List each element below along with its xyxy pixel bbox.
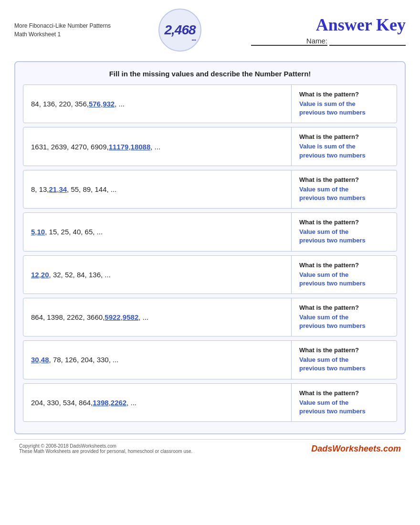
- answer-7a: 30: [31, 356, 39, 364]
- seq-after-1: , ...: [115, 100, 125, 108]
- seq-before-2: 1631, 2639, 4270, 6909,: [31, 143, 109, 151]
- pattern-answer-5: Value sum of theprevious two numbers: [299, 271, 389, 288]
- seq-after-8: , ...: [126, 399, 136, 407]
- name-underline: [329, 37, 406, 46]
- logo-text: 2,468: [164, 22, 195, 38]
- problem-sequence-4: 5 , 10 , 15, 25, 40, 65, ...: [23, 213, 292, 251]
- footer-license: These Math Worksheets are provided for p…: [19, 449, 192, 454]
- footer: Copyright © 2008-2018 DadsWorksheets.com…: [14, 439, 406, 458]
- pattern-answer-2: Value is sum of theprevious two numbers: [299, 142, 389, 159]
- pattern-question-1: What is the pattern?: [299, 91, 389, 98]
- problem-row: 1631, 2639, 4270, 6909, 11179 , 18088 , …: [23, 127, 397, 166]
- header-left: More Fibonacci-Like Number Patterns Math…: [14, 21, 111, 39]
- answer-3b: 34: [59, 185, 67, 193]
- problem-pattern-7: What is the pattern? Value sum of thepre…: [292, 341, 397, 378]
- logo-circle: 2,468 ...: [158, 9, 201, 52]
- answer-7b: 48: [41, 356, 49, 364]
- seq-before-1: 84, 136, 220, 356,: [31, 100, 89, 108]
- answer-5a: 12: [31, 271, 39, 279]
- pattern-answer-4: Value sum of theprevious two numbers: [299, 228, 389, 245]
- seq-after-7: , 78, 126, 204, 330, ...: [49, 356, 119, 364]
- problem-row: 864, 1398, 2262, 3660, 5922 , 9582 , ...…: [23, 298, 397, 336]
- problem-pattern-6: What is the pattern? Value sum of thepre…: [292, 298, 397, 336]
- answer-5b: 20: [41, 271, 49, 279]
- problem-pattern-8: What is the pattern? Value sum of thepre…: [292, 384, 397, 421]
- pattern-question-4: What is the pattern?: [299, 219, 389, 226]
- worksheet-title-line2: Math Worksheet 1: [14, 30, 111, 39]
- worksheet-title-line1: More Fibonacci-Like Number Patterns: [14, 21, 111, 30]
- answer-2a: 11179: [109, 143, 129, 151]
- problem-pattern-5: What is the pattern? Value sum of thepre…: [292, 256, 397, 294]
- footer-copyright: Copyright © 2008-2018 DadsWorksheets.com: [19, 443, 192, 449]
- problem-pattern-2: What is the pattern? Value is sum of the…: [292, 127, 397, 165]
- problem-pattern-3: What is the pattern? Value sum of thepre…: [292, 170, 397, 208]
- problem-row: 84, 136, 220, 356, 576 , 932 , ... What …: [23, 84, 397, 123]
- pattern-answer-8: Value sum of theprevious two numbers: [299, 399, 389, 416]
- answer-6b: 9582: [123, 313, 138, 321]
- worksheet: Fill in the missing values and describe …: [14, 61, 406, 434]
- answer-4a: 5: [31, 228, 35, 236]
- seq-before-3: 8, 13,: [31, 185, 49, 193]
- problem-pattern-1: What is the pattern? Value is sum of the…: [292, 85, 397, 123]
- answer-4b: 10: [37, 228, 45, 236]
- pattern-question-8: What is the pattern?: [299, 389, 389, 397]
- header: More Fibonacci-Like Number Patterns Math…: [0, 0, 420, 56]
- pattern-answer-6: Value sum of theprevious two numbers: [299, 313, 389, 330]
- problem-row: 30 , 48 , 78, 126, 204, 330, ... What is…: [23, 340, 397, 379]
- answer-2b: 18088: [131, 143, 151, 151]
- pattern-answer-7: Value sum of theprevious two numbers: [299, 356, 389, 373]
- footer-text: Copyright © 2008-2018 DadsWorksheets.com…: [19, 443, 192, 454]
- name-line: Name:: [249, 37, 406, 46]
- answer-8a: 1398: [93, 399, 108, 407]
- pattern-answer-3: Value sum of theprevious two numbers: [299, 185, 389, 202]
- name-label: Name:: [251, 37, 327, 46]
- problem-sequence-5: 12 , 20 , 32, 52, 84, 136, ...: [23, 256, 292, 294]
- worksheet-title: Fill in the missing values and describe …: [23, 70, 397, 78]
- problem-row: 12 , 20 , 32, 52, 84, 136, ... What is t…: [23, 255, 397, 294]
- answer-key-label: Answer Key: [249, 15, 406, 35]
- pattern-question-2: What is the pattern?: [299, 133, 389, 140]
- problem-row: 5 , 10 , 15, 25, 40, 65, ... What is the…: [23, 212, 397, 251]
- problem-sequence-8: 204, 330, 534, 864, 1398 , 2262 , ...: [23, 384, 292, 421]
- pattern-question-5: What is the pattern?: [299, 262, 389, 269]
- seq-after-5: , 32, 52, 84, 136, ...: [49, 271, 111, 279]
- problem-row: 8, 13, 21 , 34 , 55, 89, 144, ... What i…: [23, 170, 397, 209]
- seq-after-2: , ...: [150, 143, 160, 151]
- pattern-question-3: What is the pattern?: [299, 176, 389, 183]
- seq-after-6: , ...: [138, 313, 148, 321]
- problem-pattern-4: What is the pattern? Value sum of thepre…: [292, 213, 397, 251]
- seq-after-4: , 15, 25, 40, 65, ...: [45, 228, 103, 236]
- problem-sequence-2: 1631, 2639, 4270, 6909, 11179 , 18088 , …: [23, 127, 292, 165]
- problem-sequence-6: 864, 1398, 2262, 3660, 5922 , 9582 , ...: [23, 298, 292, 336]
- answer-1b: 932: [103, 100, 115, 108]
- seq-before-8: 204, 330, 534, 864,: [31, 399, 93, 407]
- answer-6a: 5922: [105, 313, 120, 321]
- problem-sequence-1: 84, 136, 220, 356, 576 , 932 , ...: [23, 85, 292, 123]
- seq-before-6: 864, 1398, 2262, 3660,: [31, 313, 105, 321]
- pattern-question-6: What is the pattern?: [299, 304, 389, 311]
- answer-1a: 576: [89, 100, 101, 108]
- problem-sequence-3: 8, 13, 21 , 34 , 55, 89, 144, ...: [23, 170, 292, 208]
- answer-8b: 2262: [111, 399, 126, 407]
- footer-logo: DadsWorksheets.com: [311, 444, 401, 454]
- seq-after-3: , 55, 89, 144, ...: [67, 185, 116, 193]
- pattern-answer-1: Value is sum of theprevious two numbers: [299, 100, 389, 117]
- answer-3a: 21: [49, 185, 57, 193]
- problem-row: 204, 330, 534, 864, 1398 , 2262 , ... Wh…: [23, 383, 397, 422]
- logo-dots: ...: [191, 34, 196, 42]
- pattern-question-7: What is the pattern?: [299, 346, 389, 354]
- problem-sequence-7: 30 , 48 , 78, 126, 204, 330, ...: [23, 341, 292, 378]
- footer-logo-text: DadsWorksheets.com: [311, 444, 401, 453]
- header-right: Answer Key Name:: [249, 15, 406, 46]
